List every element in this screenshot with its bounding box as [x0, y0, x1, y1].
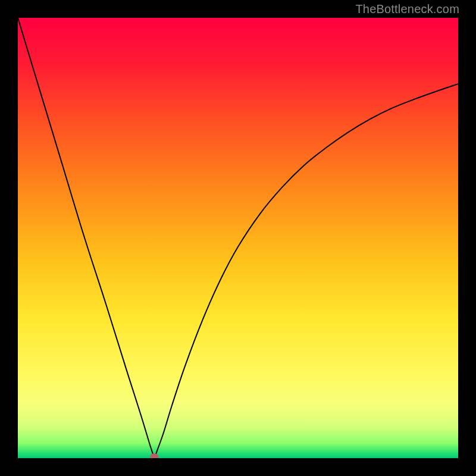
- attribution-text: TheBottleneck.com: [355, 2, 459, 16]
- chart-svg: [18, 18, 458, 458]
- gradient-background: [18, 18, 458, 458]
- chart-frame: TheBottleneck.com: [0, 0, 476, 476]
- plot-area: [18, 18, 458, 458]
